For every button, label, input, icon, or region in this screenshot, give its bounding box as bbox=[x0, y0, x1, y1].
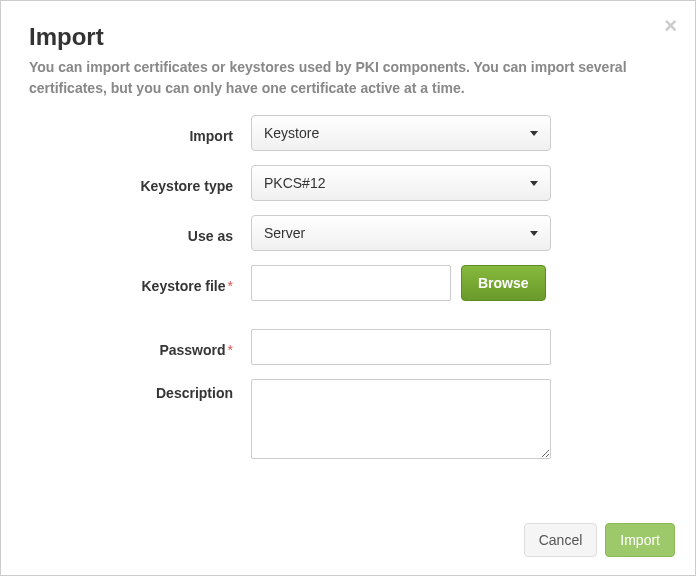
label-use-as: Use as bbox=[29, 222, 251, 244]
import-select[interactable]: Keystore bbox=[251, 115, 551, 151]
cancel-button[interactable]: Cancel bbox=[524, 523, 598, 557]
row-keystore-file: Keystore file* Browse bbox=[29, 265, 667, 301]
row-password: Password* bbox=[29, 329, 667, 365]
label-keystore-file-text: Keystore file bbox=[142, 278, 226, 294]
modal-subtitle: You can import certificates or keystores… bbox=[29, 57, 667, 99]
label-password: Password* bbox=[29, 336, 251, 358]
row-description: Description bbox=[29, 379, 667, 459]
required-mark: * bbox=[228, 278, 233, 294]
keystore-type-value: PKCS#12 bbox=[264, 175, 325, 191]
keystore-file-input[interactable] bbox=[251, 265, 451, 301]
import-modal: × Import You can import certificates or … bbox=[0, 0, 696, 576]
use-as-select[interactable]: Server bbox=[251, 215, 551, 251]
label-keystore-file: Keystore file* bbox=[29, 272, 251, 294]
label-password-text: Password bbox=[159, 342, 225, 358]
chevron-down-icon bbox=[530, 231, 538, 236]
label-import: Import bbox=[29, 122, 251, 144]
browse-button[interactable]: Browse bbox=[461, 265, 546, 301]
chevron-down-icon bbox=[530, 181, 538, 186]
password-input[interactable] bbox=[251, 329, 551, 365]
chevron-down-icon bbox=[530, 131, 538, 136]
import-button[interactable]: Import bbox=[605, 523, 675, 557]
required-mark: * bbox=[228, 342, 233, 358]
modal-footer: Cancel Import bbox=[524, 523, 675, 557]
label-keystore-type: Keystore type bbox=[29, 172, 251, 194]
description-textarea[interactable] bbox=[251, 379, 551, 459]
close-icon[interactable]: × bbox=[664, 15, 677, 37]
label-description: Description bbox=[29, 379, 251, 401]
import-select-value: Keystore bbox=[264, 125, 319, 141]
keystore-type-select[interactable]: PKCS#12 bbox=[251, 165, 551, 201]
use-as-value: Server bbox=[264, 225, 305, 241]
modal-title: Import bbox=[29, 23, 667, 51]
row-use-as: Use as Server bbox=[29, 215, 667, 251]
row-import: Import Keystore bbox=[29, 115, 667, 151]
row-keystore-type: Keystore type PKCS#12 bbox=[29, 165, 667, 201]
